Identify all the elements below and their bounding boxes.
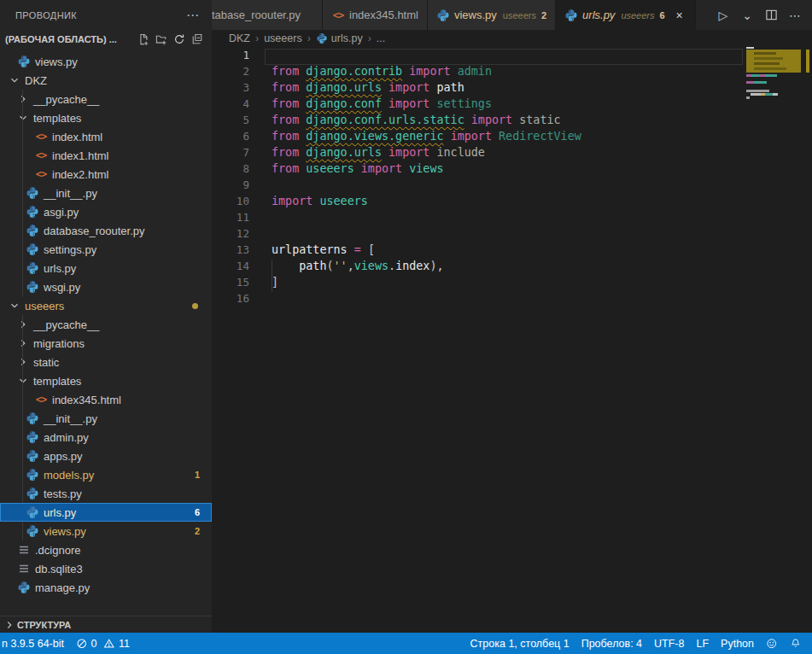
tree-item-apps-py[interactable]: apps.py (0, 447, 212, 465)
tree-folder-dkz[interactable]: DKZ (0, 71, 212, 90)
run-dropdown-icon[interactable]: ⌄ (737, 5, 757, 26)
code-token: import (451, 130, 492, 143)
python-file-icon (436, 9, 450, 22)
tab-tabase-roouter-py[interactable]: tabase_roouter.py (212, 0, 323, 30)
tree-item-urls-py[interactable]: urls.py6 (0, 503, 212, 522)
problems-status[interactable]: 0 11 (70, 633, 136, 654)
code-token: , (348, 260, 354, 272)
tab-views-py[interactable]: views.pyuseeers2 (428, 0, 556, 30)
tree-folder-pycache[interactable]: __pycache__ (0, 90, 212, 108)
python-interpreter-status[interactable]: n 3.9.5 64-bit (0, 633, 70, 654)
html-file-icon: <> (34, 167, 48, 181)
outline-section-header[interactable]: СТРУКТУРА (0, 616, 212, 633)
code-line-11: 11 (212, 209, 812, 225)
tree-item-index2-html[interactable]: <>index2.html (0, 165, 212, 184)
python-file-icon (26, 280, 39, 294)
tree-folder-templates[interactable]: templates (0, 371, 212, 390)
overview-ruler[interactable] (803, 47, 812, 633)
tree-item-manage-py[interactable]: manage.py (0, 578, 212, 597)
tree-item-tests-py[interactable]: tests.py (0, 484, 212, 503)
tree-item-settings-py[interactable]: settings.py (0, 240, 212, 259)
code-token: django.urls (306, 81, 382, 94)
item-label: useeers (25, 300, 64, 312)
vscode-window: ПРОВОДНИК ⋯ (РАБОЧАЯ ОБЛАСТЬ) ... views. (0, 0, 812, 654)
workspace-section-header[interactable]: (РАБОЧАЯ ОБЛАСТЬ) ... (0, 30, 212, 49)
code-token: django.contrib (306, 65, 402, 78)
eol-status[interactable]: LF (690, 633, 715, 654)
cursor-position[interactable]: Строка 1, столбец 1 (464, 633, 575, 654)
tree-item-dcignore[interactable]: .dcignore (0, 540, 212, 559)
tree-item-init-py[interactable]: __init__.py (0, 184, 212, 202)
problems-badge: 6 (195, 507, 200, 517)
code-line-2: 2from django.contrib import admin (212, 63, 812, 79)
tree-item-index345-html[interactable]: <>index345.html (0, 390, 212, 409)
language-mode[interactable]: Python (715, 633, 760, 654)
tree-item-init-py[interactable]: __init__.py (0, 409, 212, 428)
tree-item-wsgi-py[interactable]: wsgi.py (0, 277, 212, 296)
chevron-down-icon (9, 74, 20, 86)
indentation-status[interactable]: Пробелов: 4 (575, 633, 648, 654)
breadcrumb-item-urls-py[interactable]: urls.py (331, 32, 363, 44)
tab-problems-badge: 2 (541, 10, 546, 20)
explorer-more-actions-icon[interactable]: ⋯ (186, 8, 200, 23)
run-icon[interactable]: ▷ (713, 5, 733, 26)
tree-folder-templates[interactable]: templates (0, 108, 212, 127)
code-token: django.views.generic (306, 130, 443, 143)
code-token: static (519, 114, 560, 126)
chevron-right-icon (17, 93, 29, 105)
tree-item-views-py[interactable]: views.py2 (0, 522, 212, 540)
tree-item-database-roouter-py[interactable]: database_roouter.py (0, 221, 212, 240)
code-token: [ (368, 243, 375, 256)
problems-badge: 1 (195, 470, 200, 480)
tree-item-models-py[interactable]: models.py1 (0, 465, 212, 484)
python-file-icon (26, 524, 39, 538)
code-token (382, 97, 388, 110)
tree-item-db-sqlite3[interactable]: db.sqlite3 (0, 559, 212, 578)
tree-folder-pycache[interactable]: __pycache__ (0, 315, 212, 334)
code-token: ( (327, 260, 334, 272)
warnings-icon (103, 638, 115, 650)
item-label: tests.py (44, 488, 82, 500)
tree-item-views-py[interactable]: views.py (0, 52, 212, 71)
refresh-icon[interactable] (172, 32, 187, 46)
tab-index345-html[interactable]: <>index345.html (323, 0, 428, 30)
file-icon (17, 543, 31, 557)
minimap-line (746, 81, 767, 84)
breadcrumb-item-useeers[interactable]: useeers (264, 32, 301, 44)
tree-item-index-html[interactable]: <>index.html (0, 127, 212, 146)
code-token: ] (272, 276, 278, 289)
tab-urls-py[interactable]: urls.pyuseeers6× (556, 0, 696, 30)
more-actions-icon[interactable]: ⋯ (785, 5, 805, 26)
code-token: index (395, 260, 429, 272)
code-line-13: 13urlpatterns = [ (212, 242, 812, 258)
code-editor[interactable]: 12from django.contrib import admin3from … (212, 47, 812, 633)
tree-folder-useeers[interactable]: useeers (0, 296, 212, 315)
split-editor-icon[interactable] (761, 5, 781, 26)
feedback-icon[interactable] (760, 633, 784, 654)
breadcrumb-item-dkz[interactable]: DKZ (229, 32, 250, 44)
item-label: __pycache__ (33, 93, 99, 106)
item-label: index.html (52, 131, 102, 143)
encoding-status[interactable]: UTF-8 (648, 633, 690, 654)
item-label: index345.html (52, 394, 121, 406)
new-folder-icon[interactable] (154, 32, 169, 46)
new-file-icon[interactable] (136, 32, 151, 46)
code-token: RedirectView (499, 130, 581, 143)
code-token: views (354, 260, 388, 272)
tree-item-asgi-py[interactable]: asgi.py (0, 202, 212, 221)
notifications-bell-icon[interactable] (784, 633, 808, 654)
code-token: django.conf.urls.static (306, 114, 464, 126)
tree-folder-migrations[interactable]: migrations (0, 334, 212, 353)
code-token: import (471, 114, 512, 126)
collapse-all-icon[interactable] (190, 32, 205, 46)
code-token (451, 65, 458, 78)
tree-item-admin-py[interactable]: admin.py (0, 428, 212, 447)
tree-item-urls-py[interactable]: urls.py (0, 259, 212, 277)
tab-bar: tabase_roouter.py<>index345.htmlviews.py… (212, 0, 812, 30)
python-file-icon (26, 261, 39, 275)
minimap[interactable] (743, 47, 803, 633)
tree-folder-static[interactable]: static (0, 353, 212, 371)
tree-item-index1-html[interactable]: <>index1.html (0, 146, 212, 165)
close-icon[interactable]: × (673, 9, 686, 22)
breadcrumb-item-[interactable]: ... (377, 32, 385, 44)
